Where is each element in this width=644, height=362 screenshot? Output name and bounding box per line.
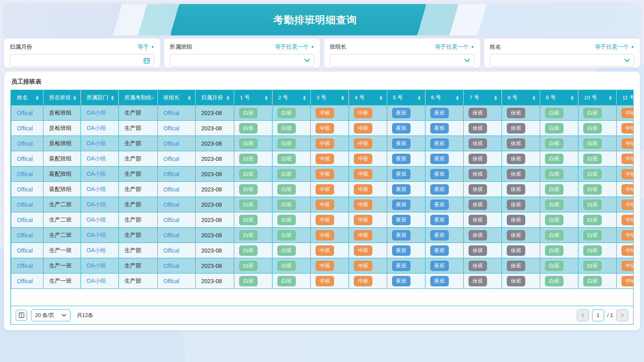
column-header[interactable]: 班组长 (158, 90, 196, 105)
cell-dept-link[interactable]: OA小组 (87, 216, 106, 223)
cell-leader-link[interactable]: Offical (163, 110, 179, 116)
cell-shift: 白班 (234, 182, 272, 197)
cell-leader-link[interactable]: Offical (163, 247, 179, 254)
cell-leader-link[interactable]: Offical (163, 171, 179, 177)
cell-name-link[interactable]: Offical (17, 263, 33, 269)
cell-dept-link[interactable]: OA小组 (87, 125, 106, 131)
column-header[interactable]: 11 号 (617, 90, 634, 105)
shift-badge: 中班 (354, 169, 372, 179)
next-page-button[interactable] (616, 309, 628, 321)
cell-dept-link[interactable]: OA小组 (87, 140, 106, 146)
column-header[interactable]: 1 号 (234, 90, 272, 105)
cell-dept-link[interactable]: OA小组 (87, 262, 106, 269)
cell-shift: 白班 (540, 121, 578, 136)
cell-attendance-group: 生产部 (119, 212, 158, 228)
page-size-select[interactable]: 20 条/页 (31, 309, 70, 321)
cell-shift: 休班 (502, 274, 540, 289)
cell-name: Offical (11, 258, 43, 274)
cell-leader-link[interactable]: Offical (163, 278, 179, 284)
cell-dept-link[interactable]: OA小组 (87, 109, 106, 116)
cell-shift: 夜班 (387, 105, 425, 121)
filter-operator-dropdown[interactable]: 等于任意一个▼ (275, 43, 314, 51)
cell-dept-link[interactable]: OA小组 (87, 247, 106, 253)
shift-badge: 休班 (507, 261, 525, 271)
page-number-input[interactable] (592, 309, 604, 321)
page-title: 考勤排班明细查询 (4, 13, 626, 27)
cell-team: 生产二班 (43, 228, 81, 243)
cell-dept-link[interactable]: OA小组 (87, 155, 106, 162)
column-header[interactable]: 3 号 (311, 90, 349, 105)
shift-badge: 中班 (354, 184, 372, 195)
cell-shift: 休班 (464, 228, 502, 243)
cell-month: 2023-08 (196, 182, 234, 197)
shift-badge: 中班 (621, 154, 633, 164)
shift-badge: 白班 (239, 245, 258, 256)
shift-badge: 中班 (621, 108, 633, 118)
cell-name-link[interactable]: Offical (17, 232, 33, 239)
column-label: 所属考勤组 (124, 94, 152, 101)
prev-page-button[interactable] (577, 309, 589, 321)
cell-name-link[interactable]: Offical (17, 186, 33, 193)
cell-shift: 休班 (464, 121, 502, 136)
cell-leader-link[interactable]: Offical (163, 140, 179, 147)
shift-badge: 中班 (316, 215, 334, 225)
cell-leader-link[interactable]: Offical (163, 125, 179, 132)
cell-shift: 休班 (502, 121, 540, 136)
cell-name-link[interactable]: Offical (17, 278, 33, 284)
cell-name-link[interactable]: Offical (17, 110, 33, 116)
cell-name-link[interactable]: Offical (17, 217, 33, 223)
cell-name-link[interactable]: Offical (17, 140, 33, 147)
column-header[interactable]: 2 号 (272, 90, 311, 105)
cell-dept-link[interactable]: OA小组 (87, 278, 106, 284)
column-header[interactable]: 8 号 (502, 90, 540, 105)
cell-name-link[interactable]: Offical (17, 171, 33, 177)
sort-icon (225, 95, 231, 101)
table-scroll-area[interactable]: 姓名所在班组所属部门所属考勤组班组长归属月份1 号2 号3 号4 号5 号6 号… (11, 90, 633, 289)
shift-badge: 夜班 (392, 215, 411, 225)
cell-dept-link[interactable]: OA小组 (87, 171, 106, 177)
filter-operator-dropdown[interactable]: 等于▼ (138, 43, 155, 51)
column-header[interactable]: 7 号 (464, 90, 502, 105)
cell-name-link[interactable]: Offical (17, 156, 33, 162)
column-header[interactable]: 6 号 (425, 90, 464, 105)
column-header[interactable]: 所属考勤组 (119, 90, 158, 105)
chevron-down-icon (62, 314, 66, 317)
column-header[interactable]: 10 号 (578, 90, 617, 105)
shift-badge: 白班 (277, 184, 296, 195)
column-header[interactable]: 所在班组 (43, 90, 81, 105)
chevron-down-icon (304, 59, 310, 62)
column-header[interactable]: 5 号 (387, 90, 425, 105)
shift-badge: 白班 (545, 230, 564, 241)
column-header[interactable]: 9 号 (540, 90, 578, 105)
filter-operator-dropdown[interactable]: 等于任意一个▼ (435, 43, 475, 51)
cell-dept-link[interactable]: OA小组 (87, 201, 106, 208)
cell-name-link[interactable]: Offical (17, 125, 33, 132)
filter-operator-dropdown[interactable]: 等于任意一个▼ (595, 43, 634, 51)
cell-leader-link[interactable]: Offical (163, 217, 179, 223)
shift-badge: 中班 (316, 138, 334, 149)
cell-dept-link[interactable]: OA小组 (87, 186, 106, 192)
cell-shift: 白班 (540, 197, 578, 212)
cell-leader-link[interactable]: Offical (163, 263, 179, 269)
cell-leader-link[interactable]: Offical (163, 202, 179, 208)
cell-leader-link[interactable]: Offical (163, 232, 179, 239)
cell-attendance-group-text: 生产部 (124, 109, 141, 116)
name-select[interactable] (490, 54, 635, 67)
caret-down-icon: ▼ (311, 45, 314, 49)
team-select[interactable] (170, 54, 315, 67)
column-header[interactable]: 4 号 (349, 90, 387, 105)
column-header[interactable]: 姓名 (11, 90, 43, 105)
cell-name-link[interactable]: Offical (17, 247, 33, 254)
leader-select[interactable] (330, 54, 475, 67)
cell-shift: 白班 (578, 228, 617, 243)
cell-shift: 中班 (349, 274, 387, 289)
cell-leader-link[interactable]: Offical (163, 156, 179, 162)
cell-shift: 白班 (272, 212, 311, 228)
cell-dept-link[interactable]: OA小组 (87, 232, 106, 238)
column-settings-button[interactable] (16, 310, 27, 321)
cell-leader-link[interactable]: Offical (163, 186, 179, 193)
month-picker-input[interactable] (10, 54, 155, 67)
column-header[interactable]: 所属部门 (81, 90, 119, 105)
column-header[interactable]: 归属月份 (196, 90, 234, 105)
cell-name-link[interactable]: Offical (17, 202, 33, 208)
